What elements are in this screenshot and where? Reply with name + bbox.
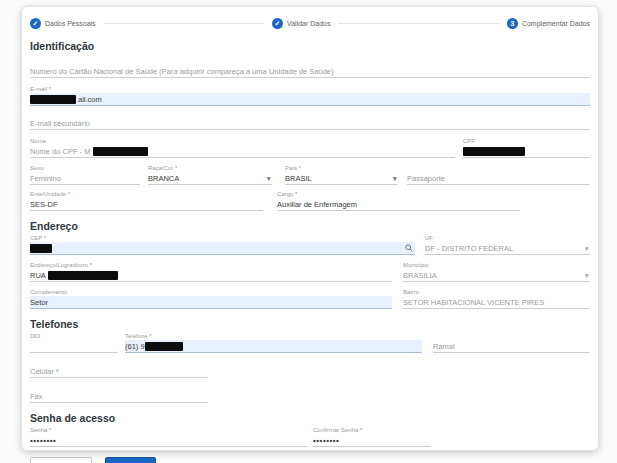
pais-select[interactable]: País * BRASIL ▼: [285, 164, 398, 185]
check-icon: ✓: [272, 18, 283, 29]
passaporte-field[interactable]: Passaporte: [407, 164, 590, 185]
email-field[interactable]: E-mail * ail.com: [30, 85, 590, 106]
chevron-down-icon: ▼: [389, 175, 398, 182]
redaction-box: [145, 342, 183, 351]
cep-label: CEP *: [30, 234, 415, 242]
sexo-field: Sexo Feminino: [30, 164, 140, 185]
municipio-value: BRASILIA: [403, 271, 437, 280]
stepper-connector: [338, 23, 498, 24]
step-validar-dados[interactable]: ✓ Validar Dados: [272, 18, 330, 29]
check-icon: ✓: [30, 18, 41, 29]
ddi-field[interactable]: DDI: [30, 332, 118, 353]
chevron-down-icon: ▼: [581, 245, 590, 252]
redaction-box: [93, 147, 148, 156]
email-secundario-field[interactable]: E-mail secundário: [30, 117, 590, 130]
ente-unidade-field[interactable]: Ente/Unidade * SES-DF: [30, 190, 263, 211]
nome-field: Nome Nome do CPF - M: [30, 137, 455, 158]
nome-value: Nome do CPF - M: [30, 147, 90, 156]
confirmar-senha-value: ••••••••: [313, 436, 339, 445]
confirmar-senha-field[interactable]: Confirmar Senha * ••••••••: [313, 426, 431, 447]
pais-label: País *: [285, 164, 398, 172]
logradouro-value: RUA: [30, 271, 46, 280]
uf-value: DF - DISTRITO FEDERAL: [425, 244, 513, 253]
fax-field[interactable]: Fax: [30, 390, 208, 403]
cep-field[interactable]: CEP *: [30, 234, 415, 255]
save-button[interactable]: SALVAR: [105, 457, 155, 463]
email-value: ail.com: [78, 95, 102, 104]
ramal-field[interactable]: Ramal: [433, 332, 590, 353]
stepper-connector: [104, 23, 264, 24]
redaction-box: [48, 271, 118, 280]
section-title-endereco: Endereço: [30, 220, 590, 232]
step-complementar-dados[interactable]: 3 Complementar Dados: [507, 18, 590, 29]
senha-label: Senha *: [30, 426, 307, 434]
ddi-label: DDI: [30, 332, 118, 340]
celular-field[interactable]: Celular *: [30, 365, 208, 378]
ente-unidade-label: Ente/Unidade *: [30, 190, 263, 198]
pais-value: BRASIL: [285, 174, 312, 183]
uf-label: UF: [425, 234, 590, 242]
complemento-field[interactable]: Complemento Setor: [30, 288, 392, 309]
redaction-box: [30, 95, 76, 104]
passaporte-placeholder: Passaporte: [407, 172, 590, 185]
cns-field[interactable]: Número do Cartão Nacional de Saúde (Para…: [30, 65, 590, 78]
telefone-label: Telefone *: [125, 332, 422, 340]
bairro-value: SETOR HABITACIONAL VICENTE PIRES: [403, 296, 590, 309]
raca-label: Raça/Cor *: [148, 164, 272, 172]
cargo-label: Cargo *: [277, 190, 520, 198]
email-secundario-placeholder: E-mail secundário: [30, 117, 590, 130]
ramal-placeholder: Ramal: [433, 340, 590, 353]
search-icon[interactable]: [405, 244, 415, 252]
ente-unidade-value: SES-DF: [30, 198, 263, 211]
cns-placeholder: Número do Cartão Nacional de Saúde (Para…: [30, 65, 590, 78]
redaction-box: [30, 244, 52, 253]
cancel-button[interactable]: CANCELAR: [30, 457, 92, 463]
telefone-value: (61) 9: [125, 342, 145, 351]
sexo-value: Feminino: [30, 172, 140, 185]
section-title-senha: Senha de acesso: [30, 412, 590, 424]
senha-field[interactable]: Senha * ••••••••: [30, 426, 307, 447]
sexo-label: Sexo: [30, 164, 140, 172]
logradouro-field[interactable]: Endereço/Logradouro * RUA: [30, 261, 392, 282]
nome-label: Nome: [30, 137, 455, 145]
section-title-telefones: Telefones: [30, 318, 590, 330]
bairro-field: Bairro SETOR HABITACIONAL VICENTE PIRES: [403, 288, 590, 309]
telefone-field[interactable]: Telefone * (61) 9: [125, 332, 422, 353]
stepper: ✓ Dados Pessoais ✓ Validar Dados 3 Compl…: [30, 15, 590, 31]
celular-placeholder: Celular *: [30, 365, 208, 378]
cpf-label: CPF: [463, 137, 590, 145]
senha-value: ••••••••: [30, 436, 56, 445]
step-label: Validar Dados: [287, 20, 330, 27]
raca-value: BRANCA: [148, 174, 179, 183]
uf-select: UF DF - DISTRITO FEDERAL ▼: [425, 234, 590, 255]
action-bar: CANCELAR SALVAR: [30, 457, 590, 463]
step-dados-pessoais[interactable]: ✓ Dados Pessoais: [30, 18, 96, 29]
email-label: E-mail *: [30, 85, 590, 93]
fax-placeholder: Fax: [30, 390, 208, 403]
chevron-down-icon: ▼: [581, 272, 590, 279]
section-title-identificacao: Identificação: [30, 40, 590, 52]
redaction-box: [463, 147, 525, 156]
municipio-select: Município BRASILIA ▼: [403, 261, 590, 282]
cargo-field[interactable]: Cargo * Auxiliar de Enfermagem: [277, 190, 520, 211]
form-card: ✓ Dados Pessoais ✓ Validar Dados 3 Compl…: [21, 6, 599, 451]
cpf-field: CPF: [463, 137, 590, 158]
cargo-value: Auxiliar de Enfermagem: [277, 198, 520, 211]
complemento-label: Complemento: [30, 288, 392, 296]
raca-select[interactable]: Raça/Cor * BRANCA ▼: [148, 164, 272, 185]
step-label: Complementar Dados: [522, 20, 590, 27]
step-number-badge: 3: [507, 18, 518, 29]
complemento-value: Setor: [30, 296, 392, 309]
chevron-down-icon: ▼: [263, 175, 272, 182]
confirmar-senha-label: Confirmar Senha *: [313, 426, 431, 434]
step-label: Dados Pessoais: [45, 20, 96, 27]
municipio-label: Município: [403, 261, 590, 269]
bairro-label: Bairro: [403, 288, 590, 296]
logradouro-label: Endereço/Logradouro *: [30, 261, 392, 269]
